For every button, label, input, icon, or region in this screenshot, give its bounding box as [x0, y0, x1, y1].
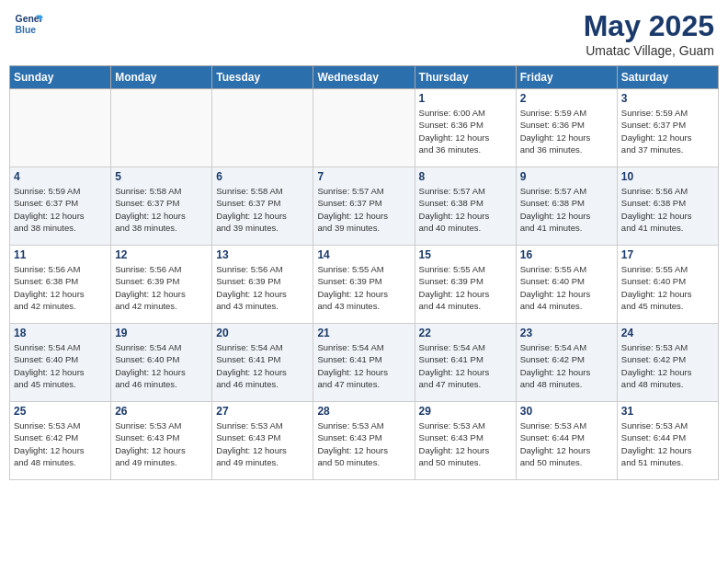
day-header-thursday: Thursday	[415, 66, 516, 89]
day-number: 1	[419, 92, 512, 105]
day-info: Sunrise: 5:56 AM Sunset: 6:38 PM Dayligh…	[14, 263, 107, 312]
day-info: Sunrise: 5:57 AM Sunset: 6:37 PM Dayligh…	[317, 185, 410, 234]
day-number: 25	[14, 405, 107, 418]
day-info: Sunrise: 5:55 AM Sunset: 6:39 PM Dayligh…	[317, 263, 410, 312]
calendar-cell: 10Sunrise: 5:56 AM Sunset: 6:38 PM Dayli…	[617, 167, 718, 246]
day-info: Sunrise: 5:53 AM Sunset: 6:44 PM Dayligh…	[520, 419, 613, 468]
day-info: Sunrise: 5:53 AM Sunset: 6:43 PM Dayligh…	[419, 419, 512, 468]
calendar-cell: 11Sunrise: 5:56 AM Sunset: 6:38 PM Dayli…	[10, 246, 111, 324]
logo-icon: General Blue	[14, 9, 43, 39]
calendar-cell: 30Sunrise: 5:53 AM Sunset: 6:44 PM Dayli…	[516, 402, 617, 480]
day-info: Sunrise: 5:53 AM Sunset: 6:43 PM Dayligh…	[115, 419, 208, 468]
day-header-friday: Friday	[516, 66, 617, 89]
day-number: 21	[317, 327, 410, 339]
month-year-title: May 2025	[584, 9, 714, 43]
day-number: 31	[621, 405, 714, 418]
calendar-cell: 1Sunrise: 6:00 AM Sunset: 6:36 PM Daylig…	[415, 89, 516, 167]
svg-text:Blue: Blue	[16, 25, 37, 35]
calendar-cell: 17Sunrise: 5:55 AM Sunset: 6:40 PM Dayli…	[617, 246, 718, 324]
day-info: Sunrise: 5:55 AM Sunset: 6:40 PM Dayligh…	[520, 263, 613, 312]
day-info: Sunrise: 5:56 AM Sunset: 6:39 PM Dayligh…	[216, 263, 309, 312]
day-number: 13	[216, 248, 309, 261]
day-number: 17	[621, 248, 714, 261]
day-number: 10	[621, 170, 714, 183]
calendar-cell: 18Sunrise: 5:54 AM Sunset: 6:40 PM Dayli…	[10, 324, 111, 402]
calendar-cell: 9Sunrise: 5:57 AM Sunset: 6:38 PM Daylig…	[516, 167, 617, 246]
calendar-cell: 23Sunrise: 5:54 AM Sunset: 6:42 PM Dayli…	[516, 324, 617, 402]
calendar-table: SundayMondayTuesdayWednesdayThursdayFrid…	[9, 65, 719, 480]
calendar-cell	[111, 89, 212, 167]
calendar-cell: 5Sunrise: 5:58 AM Sunset: 6:37 PM Daylig…	[111, 167, 212, 246]
day-number: 8	[419, 170, 512, 183]
calendar-week-row: 1Sunrise: 6:00 AM Sunset: 6:36 PM Daylig…	[10, 89, 719, 167]
day-number: 7	[317, 170, 410, 183]
calendar-cell: 6Sunrise: 5:58 AM Sunset: 6:37 PM Daylig…	[212, 167, 313, 246]
day-info: Sunrise: 6:00 AM Sunset: 6:36 PM Dayligh…	[419, 107, 512, 155]
day-number: 26	[115, 405, 208, 418]
day-header-tuesday: Tuesday	[212, 66, 313, 89]
day-number: 4	[14, 170, 107, 183]
day-number: 16	[520, 248, 613, 261]
day-info: Sunrise: 5:54 AM Sunset: 6:40 PM Dayligh…	[14, 341, 107, 390]
day-info: Sunrise: 5:59 AM Sunset: 6:37 PM Dayligh…	[14, 185, 107, 234]
day-info: Sunrise: 5:57 AM Sunset: 6:38 PM Dayligh…	[520, 185, 613, 234]
day-info: Sunrise: 5:54 AM Sunset: 6:41 PM Dayligh…	[317, 341, 410, 390]
day-number: 15	[419, 248, 512, 261]
day-info: Sunrise: 5:54 AM Sunset: 6:42 PM Dayligh…	[520, 341, 613, 390]
calendar-cell: 4Sunrise: 5:59 AM Sunset: 6:37 PM Daylig…	[10, 167, 111, 246]
day-number: 11	[14, 248, 107, 261]
day-number: 5	[115, 170, 208, 183]
day-info: Sunrise: 5:55 AM Sunset: 6:40 PM Dayligh…	[621, 263, 714, 312]
calendar-cell: 27Sunrise: 5:53 AM Sunset: 6:43 PM Dayli…	[212, 402, 313, 480]
day-header-monday: Monday	[111, 66, 212, 89]
day-header-wednesday: Wednesday	[313, 66, 415, 89]
calendar-week-row: 4Sunrise: 5:59 AM Sunset: 6:37 PM Daylig…	[10, 167, 719, 246]
calendar-cell: 2Sunrise: 5:59 AM Sunset: 6:36 PM Daylig…	[516, 89, 617, 167]
day-info: Sunrise: 5:56 AM Sunset: 6:39 PM Dayligh…	[115, 263, 208, 312]
day-number: 22	[419, 327, 512, 339]
day-info: Sunrise: 5:54 AM Sunset: 6:41 PM Dayligh…	[419, 341, 512, 390]
day-info: Sunrise: 5:59 AM Sunset: 6:36 PM Dayligh…	[520, 107, 613, 155]
day-info: Sunrise: 5:53 AM Sunset: 6:42 PM Dayligh…	[14, 419, 107, 468]
day-info: Sunrise: 5:53 AM Sunset: 6:42 PM Dayligh…	[621, 341, 714, 390]
day-info: Sunrise: 5:58 AM Sunset: 6:37 PM Dayligh…	[216, 185, 309, 234]
day-number: 9	[520, 170, 613, 183]
day-info: Sunrise: 5:54 AM Sunset: 6:41 PM Dayligh…	[216, 341, 309, 390]
day-header-sunday: Sunday	[10, 66, 111, 89]
calendar-cell: 29Sunrise: 5:53 AM Sunset: 6:43 PM Dayli…	[415, 402, 516, 480]
title-block: May 2025 Umatac Village, Guam	[584, 9, 714, 58]
calendar-cell: 16Sunrise: 5:55 AM Sunset: 6:40 PM Dayli…	[516, 246, 617, 324]
day-info: Sunrise: 5:53 AM Sunset: 6:43 PM Dayligh…	[216, 419, 309, 468]
calendar-cell: 31Sunrise: 5:53 AM Sunset: 6:44 PM Dayli…	[617, 402, 718, 480]
calendar-cell: 25Sunrise: 5:53 AM Sunset: 6:42 PM Dayli…	[10, 402, 111, 480]
day-number: 14	[317, 248, 410, 261]
calendar-cell	[212, 89, 313, 167]
logo: General Blue	[14, 9, 43, 39]
day-info: Sunrise: 5:56 AM Sunset: 6:38 PM Dayligh…	[621, 185, 714, 234]
calendar-week-row: 25Sunrise: 5:53 AM Sunset: 6:42 PM Dayli…	[10, 402, 719, 480]
day-info: Sunrise: 5:58 AM Sunset: 6:37 PM Dayligh…	[115, 185, 208, 234]
day-info: Sunrise: 5:54 AM Sunset: 6:40 PM Dayligh…	[115, 341, 208, 390]
calendar-cell: 7Sunrise: 5:57 AM Sunset: 6:37 PM Daylig…	[313, 167, 415, 246]
calendar-cell: 21Sunrise: 5:54 AM Sunset: 6:41 PM Dayli…	[313, 324, 415, 402]
day-info: Sunrise: 5:57 AM Sunset: 6:38 PM Dayligh…	[419, 185, 512, 234]
calendar-week-row: 11Sunrise: 5:56 AM Sunset: 6:38 PM Dayli…	[10, 246, 719, 324]
day-number: 2	[520, 92, 613, 105]
calendar-cell: 15Sunrise: 5:55 AM Sunset: 6:39 PM Dayli…	[415, 246, 516, 324]
day-number: 20	[216, 327, 309, 339]
day-number: 18	[14, 327, 107, 339]
day-number: 19	[115, 327, 208, 339]
location-subtitle: Umatac Village, Guam	[584, 43, 714, 58]
calendar-cell: 3Sunrise: 5:59 AM Sunset: 6:37 PM Daylig…	[617, 89, 718, 167]
day-number: 27	[216, 405, 309, 418]
calendar-cell: 22Sunrise: 5:54 AM Sunset: 6:41 PM Dayli…	[415, 324, 516, 402]
calendar-cell: 13Sunrise: 5:56 AM Sunset: 6:39 PM Dayli…	[212, 246, 313, 324]
calendar-cell	[313, 89, 415, 167]
calendar-cell: 28Sunrise: 5:53 AM Sunset: 6:43 PM Dayli…	[313, 402, 415, 480]
day-info: Sunrise: 5:53 AM Sunset: 6:44 PM Dayligh…	[621, 419, 714, 468]
day-number: 30	[520, 405, 613, 418]
day-header-saturday: Saturday	[617, 66, 718, 89]
day-number: 29	[419, 405, 512, 418]
calendar-week-row: 18Sunrise: 5:54 AM Sunset: 6:40 PM Dayli…	[10, 324, 719, 402]
calendar-cell: 8Sunrise: 5:57 AM Sunset: 6:38 PM Daylig…	[415, 167, 516, 246]
